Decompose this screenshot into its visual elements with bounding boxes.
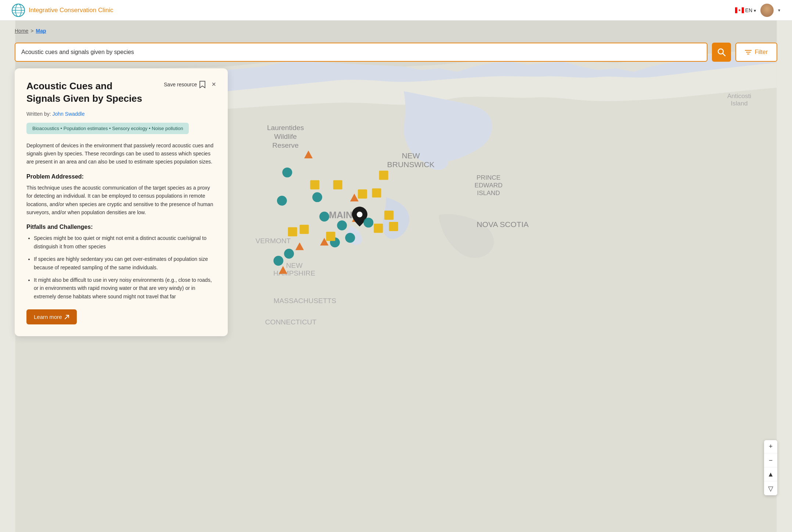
search-button[interactable] [712, 43, 731, 62]
compass-down-icon: ▽ [768, 485, 773, 493]
svg-text:EDWARD: EDWARD [475, 181, 503, 189]
problem-addressed-title: Problem Addressed: [26, 173, 216, 180]
svg-point-28 [282, 168, 292, 177]
close-icon: × [212, 80, 216, 88]
svg-point-30 [312, 192, 322, 202]
breadcrumb-separator: > [30, 28, 33, 34]
resource-panel: Acoustic Cues and Signals Given by Speci… [15, 68, 228, 336]
filter-icon [745, 50, 752, 55]
svg-rect-7 [742, 7, 744, 13]
svg-point-36 [345, 233, 355, 243]
language-selector[interactable]: EN [735, 7, 756, 13]
language-code: EN [745, 7, 752, 13]
panel-title: Acoustic Cues and Signals Given by Speci… [26, 80, 144, 105]
svg-text:NOVA SCOTIA: NOVA SCOTIA [476, 220, 529, 229]
search-input[interactable] [15, 43, 708, 62]
svg-point-55 [364, 218, 374, 227]
svg-rect-41 [384, 211, 393, 220]
svg-point-31 [319, 212, 329, 222]
svg-text:Reserve: Reserve [272, 141, 299, 149]
compass-up-icon: ▲ [767, 471, 774, 478]
map-controls: + − ▲ ▽ [764, 440, 777, 495]
svg-rect-46 [326, 232, 335, 241]
svg-point-54 [357, 212, 362, 217]
svg-point-34 [273, 256, 283, 266]
svg-text:CONNECTICUT: CONNECTICUT [265, 318, 317, 326]
save-resource-button[interactable]: Save resource [164, 80, 206, 89]
svg-rect-40 [372, 188, 381, 198]
avatar-image [760, 4, 774, 17]
logo[interactable]: Integrative Conservation Clinic [12, 4, 114, 17]
svg-text:PRINCE: PRINCE [476, 174, 500, 181]
svg-rect-44 [300, 225, 309, 234]
list-item: It might also be difficult to use in ver… [34, 276, 216, 301]
svg-text:NEW: NEW [286, 262, 303, 269]
external-link-icon [64, 314, 69, 320]
breadcrumb-home[interactable]: Home [15, 28, 28, 34]
tag-bar: Bioacoustics • Population estimates • Se… [26, 123, 216, 134]
svg-line-61 [65, 315, 69, 319]
header: Integrative Conservation Clinic EN ▾ [0, 0, 792, 21]
svg-text:VERMONT: VERMONT [255, 237, 291, 245]
canada-flag-icon [735, 7, 744, 13]
svg-rect-37 [310, 180, 319, 190]
learn-more-label: Learn more [34, 314, 62, 320]
svg-rect-42 [374, 224, 383, 233]
header-right: EN ▾ [735, 4, 780, 17]
svg-text:Island: Island [731, 100, 748, 107]
written-by-prefix: Written by: [26, 111, 53, 117]
main-content: Laurentides Wildlife Reserve NEW BRUNSWI… [0, 21, 792, 532]
svg-rect-47 [379, 171, 388, 180]
avatar-dropdown-icon[interactable]: ▾ [778, 8, 780, 13]
svg-text:ISLAND: ISLAND [477, 189, 500, 197]
zoom-out-button[interactable]: − [764, 454, 777, 467]
author-line: Written by: John Swaddle [26, 111, 216, 117]
bookmark-icon [199, 80, 206, 89]
problem-addressed-text: This technique uses the acoustic communi… [26, 184, 216, 217]
list-item: If species are highly sedentary you can … [34, 255, 216, 272]
filter-button[interactable]: Filter [735, 43, 777, 62]
panel-actions: Save resource × [164, 80, 216, 89]
learn-more-button[interactable]: Learn more [26, 309, 77, 324]
tags-text: Bioacoustics • Population estimates • Se… [26, 123, 189, 134]
svg-text:Anticosti: Anticosti [727, 92, 751, 100]
svg-rect-45 [288, 227, 297, 236]
language-chevron-icon [754, 7, 756, 13]
svg-text:Laurentides: Laurentides [267, 124, 304, 132]
search-icon [717, 48, 726, 56]
author-link[interactable]: John Swaddle [53, 111, 85, 117]
svg-text:Wildlife: Wildlife [274, 133, 297, 140]
breadcrumb-current[interactable]: Map [36, 28, 46, 34]
app-title: Integrative Conservation Clinic [29, 7, 114, 14]
svg-line-57 [723, 54, 726, 56]
svg-rect-39 [358, 190, 367, 199]
zoom-out-icon: − [769, 457, 773, 464]
description-text: Deployment of devices in the environment… [26, 141, 216, 166]
compass-north-button[interactable]: ▲ [764, 468, 777, 481]
pitfalls-title: Pitfalls and Challenges: [26, 224, 216, 230]
svg-point-33 [284, 249, 294, 259]
breadcrumb: Home > Map [15, 28, 46, 34]
svg-rect-43 [389, 222, 398, 231]
search-bar: Filter [15, 43, 777, 62]
svg-rect-5 [735, 7, 737, 13]
list-item: Species might be too quiet or might not … [34, 234, 216, 251]
search-input-wrapper [15, 43, 708, 62]
svg-point-32 [337, 220, 347, 230]
svg-rect-38 [333, 180, 342, 190]
svg-text:MASSACHUSETTS: MASSACHUSETTS [274, 297, 336, 305]
svg-text:BRUNSWICK: BRUNSWICK [387, 160, 435, 169]
zoom-in-button[interactable]: + [764, 440, 777, 453]
svg-text:NEW: NEW [402, 151, 420, 160]
compass-south-button[interactable]: ▽ [764, 482, 777, 495]
svg-point-29 [277, 196, 287, 206]
zoom-in-icon: + [769, 443, 773, 450]
save-resource-label: Save resource [164, 82, 197, 87]
panel-header: Acoustic Cues and Signals Given by Speci… [26, 80, 216, 105]
filter-label: Filter [755, 49, 768, 55]
user-avatar[interactable] [760, 4, 774, 17]
close-panel-button[interactable]: × [212, 80, 216, 89]
icc-logo-icon [12, 4, 25, 17]
pitfalls-list: Species might be too quiet or might not … [26, 234, 216, 301]
